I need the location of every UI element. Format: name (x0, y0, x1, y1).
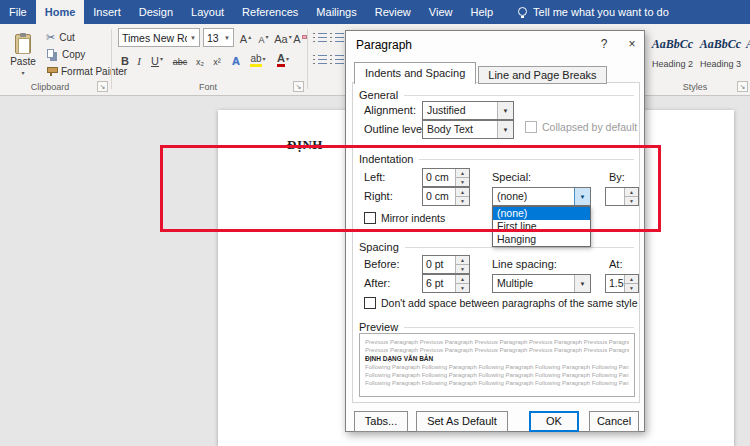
bold-button[interactable]: B (118, 50, 132, 68)
no-space-same-style-checkbox[interactable]: Don't add space between paragraphs of th… (364, 297, 638, 309)
checkbox-box[interactable] (364, 297, 376, 309)
ribbon-tab-view[interactable]: View (420, 0, 462, 24)
tab-line-and-page-breaks[interactable]: Line and Page Breaks (478, 66, 606, 84)
right-indent-spinner[interactable]: 0 cm ▲▼ (422, 187, 470, 206)
underline-dropdown-icon[interactable]: ▾ (160, 55, 163, 62)
line-spacing-dropdown-icon[interactable]: ▼ (574, 275, 590, 292)
highlight-color-button[interactable]: ab ▾ (246, 50, 270, 68)
outline-level-combo[interactable]: Body Text ▼ (422, 120, 514, 139)
ribbon-tab-layout[interactable]: Layout (182, 0, 233, 24)
subscript-button[interactable]: x₂ (192, 50, 208, 68)
decrease-indent-icon[interactable] (313, 54, 327, 65)
copy-button[interactable]: Copy (46, 47, 85, 62)
ribbon-tab-mailings[interactable]: Mailings (307, 0, 365, 24)
font-name-dropdown-icon[interactable]: ▼ (187, 35, 199, 41)
grow-font-button[interactable]: A ▴ (237, 28, 254, 46)
special-option-hanging[interactable]: Hanging (493, 233, 590, 246)
font-size-combo[interactable]: 13 ▼ (203, 28, 234, 47)
spin-up-icon[interactable]: ▲ (456, 188, 469, 196)
cut-button[interactable]: ✂ Cut (46, 30, 75, 45)
font-size-dropdown-icon[interactable]: ▼ (221, 35, 233, 41)
change-case-button[interactable]: Aa ▾ (273, 28, 293, 46)
superscript-button[interactable]: x² (209, 50, 225, 68)
left-indent-spinner[interactable]: 0 cm ▲▼ (422, 168, 470, 187)
ribbon-tab-help[interactable]: Help (461, 0, 502, 24)
right-indent-value: 0 cm (423, 188, 455, 205)
spin-down-icon[interactable]: ▼ (456, 177, 469, 186)
ribbon-tab-design[interactable]: Design (130, 0, 182, 24)
font-name-combo[interactable]: Times New Ro ▼ (118, 28, 200, 47)
preview-following-line: Following Paragraph Following Paragraph … (365, 371, 629, 379)
ribbon-tab-insert[interactable]: Insert (84, 0, 130, 24)
line-spacing-value: Multiple (493, 275, 574, 292)
cancel-button[interactable]: Cancel (589, 411, 639, 432)
underline-button[interactable]: U ▾ (146, 50, 168, 68)
styles-dialog-launcher[interactable]: ↘ (737, 81, 748, 92)
at-spinner[interactable]: 1.5 ▲▼ (605, 274, 639, 293)
outline-level-dropdown-icon[interactable]: ▼ (497, 121, 513, 138)
paste-button[interactable]: Paste ▾ (3, 27, 43, 83)
at-label: At: (609, 258, 622, 270)
before-spinner[interactable]: 0 pt ▲▼ (422, 255, 470, 274)
style-heading2-card[interactable]: AaBbCc Heading 2 (650, 29, 695, 73)
before-label: Before: (364, 258, 399, 270)
format-painter-button[interactable]: Format Painter (46, 64, 127, 79)
at-value: 1.5 (606, 275, 624, 292)
spin-up-icon[interactable]: ▲ (456, 275, 469, 283)
line-spacing-combo[interactable]: Multiple ▼ (492, 274, 591, 293)
by-spinner[interactable]: ▲▼ (605, 187, 639, 206)
highlight-dropdown-icon[interactable]: ▾ (263, 55, 266, 62)
clear-formatting-button[interactable]: A (292, 28, 308, 46)
special-combo[interactable]: (none) ▼ (492, 187, 591, 206)
tabs-button[interactable]: Tabs... (354, 411, 408, 432)
text-effects-button[interactable]: A (228, 50, 244, 68)
bullets-icon[interactable] (313, 32, 327, 43)
spin-up-icon[interactable]: ▲ (625, 275, 638, 283)
font-color-button[interactable]: A ▾ (271, 50, 295, 68)
spin-down-icon[interactable]: ▼ (456, 264, 469, 273)
ribbon-tab-review[interactable]: Review (366, 0, 420, 24)
font-color-dropdown-icon[interactable]: ▾ (286, 55, 289, 62)
special-option-first-line[interactable]: First line (493, 220, 590, 233)
shrink-font-button[interactable]: A ▾ (255, 28, 272, 46)
italic-button[interactable]: I (133, 50, 145, 68)
checkbox-box (525, 121, 537, 133)
spin-down-icon[interactable]: ▼ (625, 196, 638, 205)
preview-following-line: Following Paragraph Following Paragraph … (365, 363, 629, 371)
spin-down-icon[interactable]: ▼ (456, 196, 469, 205)
ok-button[interactable]: OK (529, 411, 579, 432)
spin-down-icon[interactable]: ▼ (456, 283, 469, 292)
style-partial-card[interactable]: A (745, 29, 750, 73)
after-spinner[interactable]: 6 pt ▲▼ (422, 274, 470, 293)
preview-section-header: Preview (359, 321, 634, 333)
tab-indents-and-spacing[interactable]: Indents and Spacing (354, 62, 476, 84)
special-dropdown-icon[interactable]: ▼ (574, 188, 590, 205)
spin-up-icon[interactable]: ▲ (456, 169, 469, 177)
style-heading3-card[interactable]: AaBbCc Heading 3 (698, 29, 743, 73)
after-value: 6 pt (423, 275, 455, 292)
font-dialog-launcher[interactable]: ↘ (293, 81, 304, 92)
strikethrough-button[interactable]: abc (169, 50, 191, 68)
ribbon-tab-home[interactable]: Home (36, 0, 85, 24)
paste-dropdown-arrow[interactable]: ▾ (21, 69, 24, 76)
dialog-help-button[interactable]: ? (592, 35, 616, 54)
spin-down-icon[interactable]: ▼ (625, 283, 638, 292)
spin-up-icon[interactable]: ▲ (625, 188, 638, 196)
tell-me-box[interactable]: Tell me what you want to do (518, 0, 669, 24)
special-option-none[interactable]: (none) (493, 207, 590, 220)
clipboard-group-label: Clipboard (0, 82, 100, 92)
dialog-close-button[interactable]: × (620, 35, 644, 54)
numbering-icon[interactable] (330, 32, 344, 43)
alignment-combo[interactable]: Justified ▼ (422, 101, 514, 120)
spin-up-icon[interactable]: ▲ (456, 256, 469, 264)
set-as-default-button[interactable]: Set As Default (416, 411, 508, 432)
ribbon-tab-references[interactable]: References (233, 0, 307, 24)
document-heading-text[interactable]: ĐỊNH (287, 137, 323, 153)
clipboard-dialog-launcher[interactable]: ↘ (97, 81, 108, 92)
checkbox-box[interactable] (364, 212, 376, 224)
ribbon-tab-file[interactable]: File (0, 0, 36, 24)
by-label: By: (609, 171, 625, 183)
mirror-indents-checkbox[interactable]: Mirror indents (364, 212, 445, 224)
alignment-dropdown-icon[interactable]: ▼ (497, 102, 513, 119)
increase-indent-icon[interactable] (330, 54, 344, 65)
